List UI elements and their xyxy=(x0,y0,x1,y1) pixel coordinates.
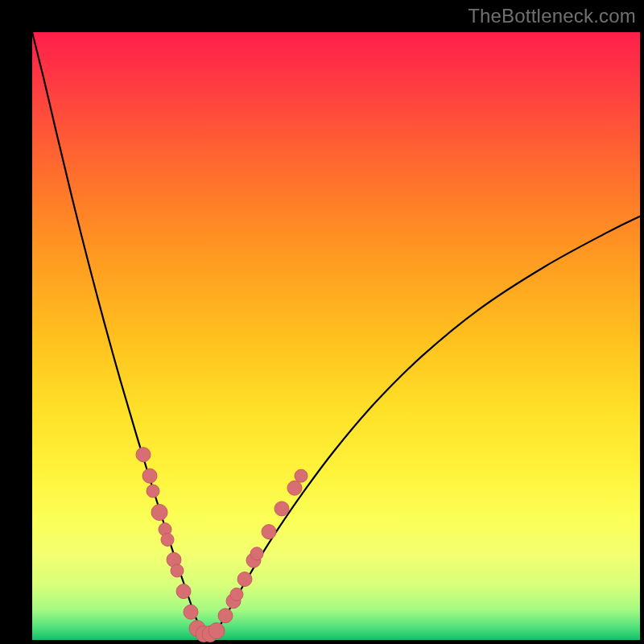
highlight-dot xyxy=(142,469,157,483)
highlight-dot xyxy=(161,533,174,546)
highlight-dot xyxy=(287,481,302,495)
highlight-dot xyxy=(176,584,191,599)
highlight-dot xyxy=(230,588,243,601)
plot-area xyxy=(32,32,640,640)
highlight-dot xyxy=(262,525,276,539)
highlight-dot xyxy=(250,547,263,560)
highlight-dot xyxy=(151,504,167,520)
highlight-dot xyxy=(171,564,184,577)
highlight-dot xyxy=(275,502,289,516)
bottleneck-curve xyxy=(32,32,640,634)
chart-frame: TheBottleneck.com xyxy=(0,0,644,644)
highlight-dots-group xyxy=(136,448,308,642)
highlight-dot xyxy=(237,572,252,587)
highlight-dot xyxy=(184,605,198,619)
highlight-dot xyxy=(136,448,151,462)
highlight-dot xyxy=(218,609,233,623)
highlight-dot xyxy=(295,469,308,482)
curve-layer xyxy=(32,32,640,640)
watermark-text: TheBottleneck.com xyxy=(468,5,636,27)
highlight-dot xyxy=(208,623,225,639)
highlight-dot xyxy=(147,485,159,497)
